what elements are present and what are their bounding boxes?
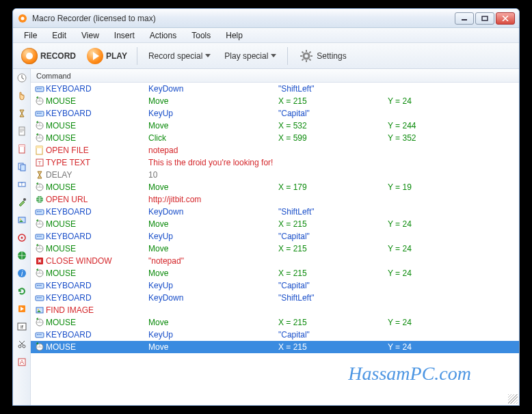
side-hand-button[interactable]	[16, 89, 28, 102]
side-textbox-button[interactable]: T	[16, 178, 28, 191]
table-row[interactable]: MOUSEClickX = 599Y = 352	[31, 132, 519, 144]
globe-icon	[16, 250, 27, 261]
settings-button[interactable]: Settings	[293, 46, 351, 66]
svg-rect-38	[39, 88, 40, 89]
table-row[interactable]: MOUSEMoveX = 215Y = 24	[31, 341, 519, 353]
table-row[interactable]: KEYBOARDKeyUp"Capital"	[31, 230, 519, 243]
table-row[interactable]: OPEN URLhttp://jitbit.com	[31, 193, 519, 206]
side-eyedrop-button[interactable]	[16, 196, 28, 208]
table-row[interactable]: MOUSEMoveX = 215Y = 24	[31, 95, 519, 107]
row-command: OPEN URL	[46, 195, 148, 204]
row-param1: KeyUp	[148, 330, 278, 340]
table-row[interactable]: MOUSEMoveX = 532Y = 244	[31, 120, 519, 132]
minimize-button[interactable]	[455, 12, 474, 25]
side-image-button[interactable]	[16, 214, 28, 226]
svg-line-9	[302, 51, 304, 53]
side-info-button[interactable]: i	[16, 267, 28, 279]
side-target-button[interactable]	[16, 232, 28, 244]
command-grid[interactable]: KEYBOARDKeyDown"ShiftLeft"MOUSEMoveX = 2…	[31, 83, 519, 405]
row-icon	[34, 195, 46, 204]
resize-grip[interactable]	[508, 394, 518, 404]
side-if-button[interactable]: if	[16, 320, 28, 333]
side-page2-button[interactable]	[16, 143, 28, 155]
close-button[interactable]	[496, 12, 515, 25]
row-param1: Move	[148, 121, 278, 130]
record-special-dropdown[interactable]: Record special	[143, 49, 216, 63]
table-row[interactable]: TTYPE TEXTThis is the droid you're looki…	[31, 156, 519, 169]
separator	[137, 47, 137, 65]
column-header[interactable]: Command	[31, 69, 519, 83]
table-row[interactable]: MOUSEMoveX = 215Y = 24	[31, 267, 519, 279]
row-command: MOUSE	[46, 318, 148, 327]
row-command: KEYBOARD	[46, 330, 148, 340]
hand-icon	[16, 90, 27, 101]
menu-insert[interactable]: Insert	[107, 29, 142, 42]
maximize-button[interactable]	[475, 12, 494, 25]
side-page-button[interactable]	[16, 125, 28, 137]
svg-rect-3	[482, 16, 488, 20]
svg-rect-18	[21, 165, 25, 171]
table-row[interactable]: KEYBOARDKeyUp"Capital"	[31, 279, 519, 292]
row-param3: Y = 24	[388, 219, 519, 229]
row-param1: Move	[148, 219, 278, 229]
record-button[interactable]: RECORD	[17, 46, 80, 66]
table-row[interactable]: KEYBOARDKeyDown"ShiftLeft"	[31, 206, 519, 218]
row-icon	[34, 342, 46, 352]
row-param1: KeyUp	[148, 232, 278, 241]
row-param2: "ShiftLeft"	[278, 84, 388, 94]
row-param2: "Capital"	[278, 109, 388, 118]
row-command: DELAY	[46, 170, 148, 180]
svg-line-12	[302, 59, 304, 60]
table-row[interactable]: KEYBOARDKeyUp"Capital"	[31, 329, 519, 341]
row-command: MOUSE	[46, 121, 148, 130]
table-row[interactable]: MOUSEMoveX = 179Y = 19	[31, 181, 519, 193]
row-icon	[34, 96, 46, 106]
row-param1: Move	[148, 318, 278, 327]
table-row[interactable]: DELAY10	[31, 169, 519, 181]
table-row[interactable]: MOUSEMoveX = 215Y = 24	[31, 316, 519, 329]
refresh-icon	[16, 286, 27, 296]
table-row[interactable]: OPEN FILEnotepad	[31, 144, 519, 156]
table-row[interactable]: MOUSEMoveX = 215Y = 24	[31, 243, 519, 255]
menu-actions[interactable]: Actions	[143, 29, 183, 42]
side-copy-button[interactable]	[16, 161, 28, 173]
command-list: Command KEYBOARDKeyDown"ShiftLeft"MOUSEM…	[31, 69, 519, 405]
row-param1: Click	[148, 133, 278, 143]
row-icon	[34, 109, 46, 118]
titlebar[interactable]: Macro Recorder (licensed to max)	[13, 9, 519, 28]
table-row[interactable]: KEYBOARDKeyDown"ShiftLeft"	[31, 83, 519, 95]
info-icon: i	[16, 268, 27, 279]
column-header-label: Command	[36, 72, 71, 80]
play-special-dropdown[interactable]: Play special	[219, 49, 282, 63]
menu-view[interactable]: View	[75, 29, 106, 42]
table-row[interactable]: FIND IMAGE	[31, 304, 519, 316]
side-cut-button[interactable]	[16, 338, 28, 350]
hourglass-icon	[16, 108, 27, 119]
row-param1: Move	[148, 182, 278, 192]
table-row[interactable]: MOUSEMoveX = 215Y = 24	[31, 218, 519, 230]
table-row[interactable]: KEYBOARDKeyDown"ShiftLeft"	[31, 292, 519, 304]
gear-icon	[299, 49, 314, 64]
target-icon	[16, 232, 27, 243]
menu-tools[interactable]: Tools	[185, 29, 217, 42]
row-param3: Y = 24	[388, 318, 519, 327]
row-param1: Move	[148, 244, 278, 253]
side-hourglass-button[interactable]	[16, 107, 28, 120]
side-clock-button[interactable]	[16, 72, 28, 84]
side-globe-button[interactable]	[16, 249, 28, 262]
side-letter-button[interactable]: A	[16, 356, 28, 368]
menu-help[interactable]: Help	[219, 29, 250, 42]
row-command: KEYBOARD	[46, 232, 148, 241]
row-icon	[34, 207, 46, 217]
cut-icon	[16, 339, 27, 350]
side-play-button[interactable]	[16, 303, 28, 315]
play-button[interactable]: PLAY	[83, 46, 131, 66]
table-row[interactable]: KEYBOARDKeyUp"Capital"	[31, 107, 519, 120]
row-command: KEYBOARD	[46, 293, 148, 303]
record-icon	[21, 48, 38, 64]
row-icon	[34, 219, 46, 229]
menu-file[interactable]: File	[17, 29, 44, 42]
table-row[interactable]: CLOSE WINDOW"notepad"	[31, 255, 519, 267]
menu-edit[interactable]: Edit	[45, 29, 73, 42]
side-refresh-button[interactable]	[16, 285, 28, 297]
